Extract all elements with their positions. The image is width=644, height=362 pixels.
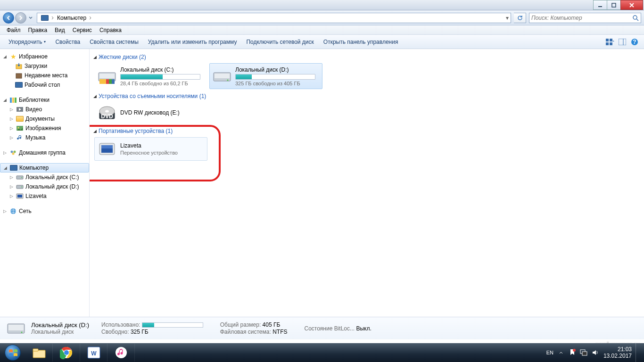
expand-icon[interactable]: ▷ bbox=[2, 150, 8, 155]
refresh-button[interactable] bbox=[514, 13, 526, 23]
menu-file[interactable]: Файл bbox=[3, 26, 25, 34]
svg-point-20 bbox=[11, 151, 13, 153]
tree-network[interactable]: ▷Сеть bbox=[0, 206, 89, 216]
drive-tile-dvd[interactable]: DVD DVD RW дисковод (E:) bbox=[94, 102, 207, 124]
section-portable[interactable]: ◢Портативные устройства (1) bbox=[93, 128, 640, 134]
drive-tile-c[interactable]: Локальный диск (C:) 28,4 ГБ свободно из … bbox=[94, 63, 207, 89]
drive-tile-lizaveta[interactable]: Lizaveta Переносное устройство bbox=[94, 137, 207, 161]
system-properties-button[interactable]: Свойства системы bbox=[85, 37, 143, 47]
expand-icon[interactable]: ▷ bbox=[8, 194, 14, 198]
tree-local-disk-c[interactable]: ▷Локальный диск (C:) bbox=[0, 173, 89, 182]
organize-button[interactable]: Упорядочить bbox=[4, 37, 50, 47]
collapse-icon[interactable]: ◢ bbox=[93, 55, 97, 59]
taskbar-explorer[interactable] bbox=[25, 344, 53, 362]
section-hard-drives[interactable]: ◢Жесткие диски (2) bbox=[93, 54, 640, 60]
menu-tools[interactable]: Сервис bbox=[69, 26, 96, 34]
address-dropdown-icon[interactable]: ▾ bbox=[506, 15, 509, 21]
view-options-button[interactable] bbox=[604, 36, 616, 48]
address-bar[interactable]: Компьютер ▾ bbox=[37, 13, 511, 23]
tree-videos[interactable]: ▷Видео bbox=[0, 105, 89, 114]
uninstall-button[interactable]: Удалить или изменить программу bbox=[143, 37, 242, 47]
tree-label: Библиотеки bbox=[19, 97, 50, 103]
collapse-icon[interactable]: ◢ bbox=[93, 94, 97, 99]
map-network-drive-button[interactable]: Подключить сетевой диск bbox=[241, 37, 318, 47]
svg-rect-37 bbox=[109, 79, 112, 84]
tray-chevron-up-icon[interactable] bbox=[557, 349, 565, 356]
svg-point-44 bbox=[105, 110, 109, 113]
section-removable[interactable]: ◢Устройства со съемными носителями (1) bbox=[93, 93, 640, 99]
svg-rect-28 bbox=[17, 195, 22, 197]
tree-label: Lizaveta bbox=[25, 193, 47, 199]
expand-icon[interactable]: ▷ bbox=[2, 209, 8, 214]
svg-rect-13 bbox=[16, 74, 22, 78]
taskbar-chrome[interactable] bbox=[53, 344, 80, 362]
system-clock[interactable]: 21:03 13.02.2017 bbox=[603, 346, 632, 360]
history-dropdown[interactable] bbox=[27, 12, 34, 24]
tree-label: Домашняя группа bbox=[19, 149, 66, 156]
tree-pictures[interactable]: ▷Изображения bbox=[0, 123, 89, 133]
taskbar-word[interactable]: W bbox=[80, 344, 107, 362]
network-icon[interactable] bbox=[580, 349, 587, 356]
back-button[interactable] bbox=[3, 12, 14, 24]
expand-icon[interactable]: ▷ bbox=[8, 135, 14, 140]
svg-rect-50 bbox=[8, 325, 24, 330]
tree-label: Видео bbox=[25, 106, 42, 113]
main-area: ◢ ★ Избранное Загрузки Недавние места Ра… bbox=[0, 49, 644, 317]
section-label: Портативные устройства (1) bbox=[99, 128, 173, 134]
svg-point-24 bbox=[21, 177, 22, 178]
maximize-button[interactable] bbox=[607, 0, 621, 10]
tree-music[interactable]: ▷Музыка bbox=[0, 133, 89, 142]
action-center-icon[interactable] bbox=[569, 349, 576, 356]
collapse-icon[interactable]: ◢ bbox=[2, 165, 8, 170]
details-properties: Использовано Общий размер405 ГБ Свободно… bbox=[101, 321, 287, 335]
drive-name: Локальный диск (C:) bbox=[120, 66, 205, 73]
expand-icon[interactable]: ▷ bbox=[8, 126, 14, 131]
language-indicator[interactable]: EN bbox=[546, 350, 553, 355]
downloads-icon bbox=[15, 62, 23, 70]
collapse-icon[interactable]: ◢ bbox=[2, 98, 8, 102]
svg-text:DVD: DVD bbox=[101, 113, 113, 120]
close-button[interactable] bbox=[620, 0, 643, 10]
minimize-button[interactable] bbox=[593, 0, 607, 10]
tree-desktop[interactable]: Рабочий стол bbox=[0, 80, 89, 90]
start-button[interactable] bbox=[0, 343, 25, 362]
clock-date: 13.02.2017 bbox=[603, 353, 632, 359]
forward-button[interactable] bbox=[15, 12, 26, 24]
control-panel-button[interactable]: Открыть панель управления bbox=[319, 37, 403, 47]
svg-text:W: W bbox=[91, 350, 97, 357]
collapse-icon[interactable]: ◢ bbox=[2, 54, 8, 59]
preview-pane-button[interactable] bbox=[617, 36, 628, 48]
menu-edit[interactable]: Правка bbox=[25, 26, 51, 34]
tree-homegroup[interactable]: ▷Домашняя группа bbox=[0, 148, 89, 157]
menu-view[interactable]: Вид bbox=[51, 26, 69, 34]
volume-icon[interactable] bbox=[591, 349, 599, 356]
taskbar-itunes[interactable] bbox=[107, 344, 135, 362]
tree-lizaveta[interactable]: ▷Lizaveta bbox=[0, 191, 89, 201]
tree-libraries[interactable]: ◢ Библиотеки bbox=[0, 95, 89, 105]
tree-computer[interactable]: ◢Компьютер bbox=[0, 163, 89, 173]
taskbar: W EN 21:03 13.02.2017 bbox=[0, 343, 644, 362]
show-desktop-button[interactable] bbox=[636, 343, 640, 362]
properties-button[interactable]: Свойства bbox=[50, 37, 85, 47]
menu-help[interactable]: Справка bbox=[96, 26, 125, 34]
breadcrumb-computer[interactable]: Компьютер bbox=[55, 13, 88, 23]
tree-label: Загрузки bbox=[25, 63, 47, 69]
search-box[interactable] bbox=[529, 13, 641, 23]
expand-icon[interactable]: ▷ bbox=[8, 175, 14, 180]
drive-tile-d[interactable]: Локальный диск (D:) 325 ГБ свободно из 4… bbox=[209, 63, 322, 89]
svg-rect-6 bbox=[606, 42, 609, 45]
search-input[interactable] bbox=[531, 15, 632, 21]
expand-icon[interactable]: ▷ bbox=[8, 116, 14, 121]
tree-recent-places[interactable]: Недавние места bbox=[0, 71, 89, 80]
collapse-icon[interactable]: ◢ bbox=[93, 129, 97, 133]
svg-rect-40 bbox=[215, 74, 230, 78]
expand-icon[interactable]: ▷ bbox=[8, 184, 14, 189]
tree-downloads[interactable]: Загрузки bbox=[0, 61, 89, 71]
portable-device-icon bbox=[97, 139, 117, 159]
tree-documents[interactable]: ▷Документы bbox=[0, 114, 89, 123]
navigation-bar: Компьютер ▾ bbox=[0, 10, 644, 25]
tree-favorites[interactable]: ◢ ★ Избранное bbox=[0, 52, 89, 61]
tree-local-disk-d[interactable]: ▷Локальный диск (D:) bbox=[0, 182, 89, 191]
help-button[interactable]: ? bbox=[629, 36, 640, 48]
expand-icon[interactable]: ▷ bbox=[8, 107, 14, 112]
